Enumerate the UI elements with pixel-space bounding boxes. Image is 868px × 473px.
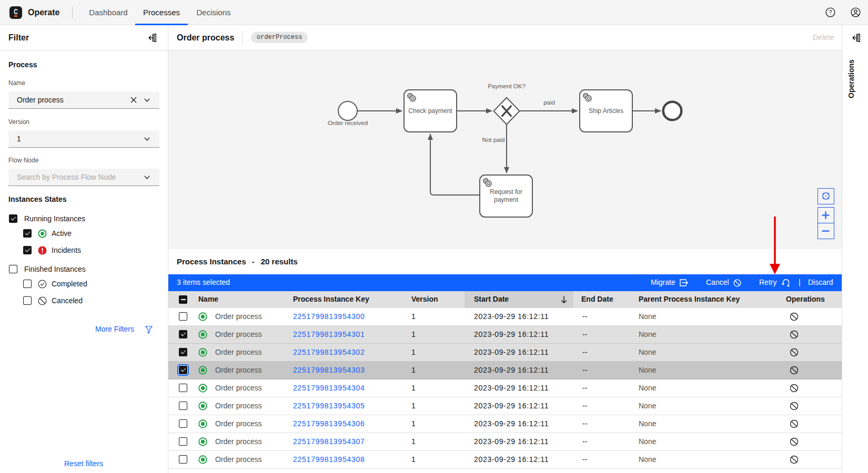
svg-text:Check payment: Check payment [408,107,452,115]
svg-text:Order received: Order received [328,120,368,126]
svg-text:Ship Articles: Ship Articles [589,107,623,115]
svg-text:Request for: Request for [490,188,522,196]
svg-text:Payment OK?: Payment OK? [488,83,526,89]
svg-text:payment: payment [494,196,519,203]
svg-text:Not paid: Not paid [482,137,505,143]
svg-text:?: ? [829,9,832,15]
svg-text:paid: paid [543,99,555,106]
